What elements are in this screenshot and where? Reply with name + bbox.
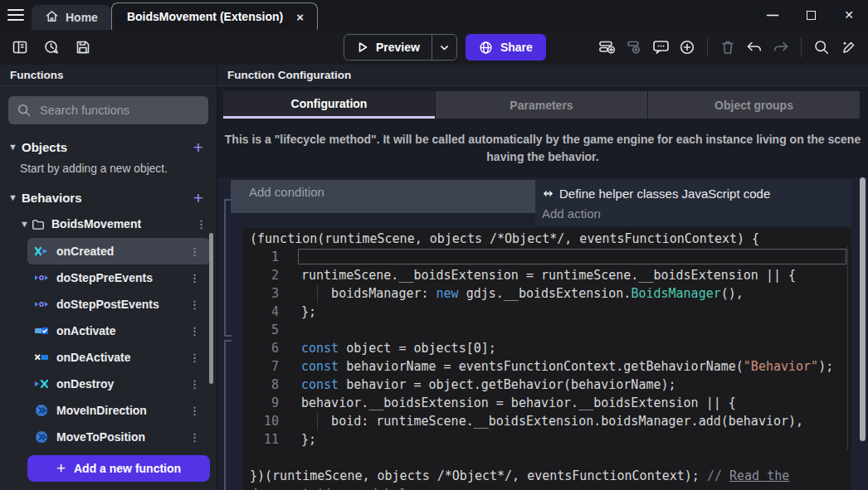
- tab-close-icon[interactable]: ×: [295, 10, 305, 24]
- code-line-content: const behaviorName = eventsFunctionConte…: [290, 357, 851, 376]
- main-menu-button[interactable]: [0, 0, 32, 30]
- sidebar-scrollbar[interactable]: [209, 233, 213, 384]
- function-item-onactivate[interactable]: onActivate⋮: [27, 318, 210, 344]
- lifecycle-description-line2: having the behavior.: [217, 148, 868, 166]
- js-code-event-icon: [542, 187, 554, 200]
- gear-move-icon: [34, 404, 49, 417]
- event-drag-handle[interactable]: [231, 180, 241, 213]
- close-window-button[interactable]: ✕: [830, 0, 868, 30]
- toolbar-center: Preview Share: [344, 34, 546, 61]
- search-icon[interactable]: [810, 36, 833, 59]
- function-options-icon[interactable]: ⋮: [179, 272, 210, 284]
- code-line-content: [290, 248, 851, 266]
- tab-home-label: Home: [66, 11, 98, 24]
- chevron-down-icon: [439, 42, 450, 53]
- function-item-ondeactivate[interactable]: onDeActivate⋮: [27, 344, 210, 371]
- save-icon[interactable]: [71, 36, 95, 59]
- function-item-moveindirection[interactable]: MoveInDirection⋮: [27, 397, 210, 424]
- behavior-folder-row[interactable]: ▼ BoidsMovement ⋮: [0, 211, 217, 236]
- undo-icon[interactable]: [743, 36, 766, 59]
- objects-collapse-chevron-icon[interactable]: ▼: [8, 142, 20, 152]
- event-bracket-decoration: [224, 340, 232, 490]
- add-circle-icon[interactable]: [675, 36, 699, 59]
- line-number: 1: [243, 248, 290, 266]
- add-comment-icon[interactable]: [649, 36, 672, 59]
- function-options-icon[interactable]: ⋮: [179, 405, 210, 417]
- function-options-icon[interactable]: ⋮: [179, 325, 210, 337]
- plus-icon: +: [56, 459, 66, 478]
- behaviors-collapse-chevron-icon[interactable]: ▼: [8, 192, 20, 202]
- documentation-link[interactable]: Read the: [729, 467, 789, 485]
- code-token: })(runtimeScene, objects /*Object*/, eve…: [250, 467, 707, 485]
- code-line-content: const object = objects[0];: [290, 339, 851, 357]
- current-line-box: [298, 249, 846, 264]
- maximize-button[interactable]: [792, 0, 830, 30]
- toolbar-right-icons: [596, 36, 860, 59]
- js-code-editor[interactable]: (function(runtimeScene, objects /*Object…: [243, 228, 851, 490]
- add-object-button[interactable]: +: [190, 138, 207, 156]
- function-options-icon[interactable]: ⋮: [179, 431, 210, 444]
- add-event-icon[interactable]: [596, 36, 619, 59]
- code-line-10: 10 boid: runtimeScene.__boidsExtension.b…: [243, 412, 851, 430]
- folder-options-icon[interactable]: ⋮: [186, 218, 217, 230]
- js-event-title: Define helper classes JavaScript code: [559, 187, 770, 201]
- function-item-dosteppreevents[interactable]: doStepPreEvents⋮: [27, 264, 210, 291]
- events-scrollbar[interactable]: [860, 177, 866, 441]
- folder-collapse-chevron-icon[interactable]: ▼: [20, 219, 32, 229]
- add-behavior-button[interactable]: +: [190, 189, 207, 206]
- history-icon[interactable]: [40, 36, 63, 59]
- add-action-button[interactable]: Add action: [542, 203, 843, 223]
- toolbar: Preview Share: [0, 30, 868, 65]
- edit-wand-icon[interactable]: [836, 36, 860, 59]
- preview-button[interactable]: Preview: [344, 34, 457, 61]
- trash-icon[interactable]: [716, 36, 739, 59]
- code-token: new: [436, 286, 459, 301]
- on-activate-icon: [34, 324, 49, 337]
- function-options-icon[interactable]: ⋮: [179, 352, 210, 364]
- code-token: };: [301, 432, 316, 447]
- add-sub-event-icon[interactable]: [622, 36, 646, 59]
- preview-dropdown-button[interactable]: [432, 42, 456, 53]
- function-item-movetoposition[interactable]: MoveToPosition⋮: [27, 424, 210, 450]
- function-options-icon[interactable]: ⋮: [179, 378, 210, 391]
- code-token: boidsManager:: [301, 286, 436, 301]
- indent-guide: [317, 284, 318, 303]
- function-item-label: onDestroy: [56, 377, 179, 391]
- tab-active-label: BoidsMovement (Extension): [127, 10, 283, 23]
- search-functions-box[interactable]: [8, 96, 208, 124]
- share-button[interactable]: Share: [466, 34, 546, 61]
- home-icon: [45, 9, 59, 26]
- events-sheet: Add condition Define helper classes Java…: [217, 177, 868, 490]
- tab-home[interactable]: Home: [32, 5, 111, 30]
- function-options-icon[interactable]: ⋮: [179, 245, 210, 258]
- globe-icon: [479, 41, 493, 55]
- minimize-button[interactable]: —: [753, 0, 792, 30]
- tab-parameters[interactable]: Parameters: [436, 91, 647, 119]
- code-line-content: const behavior = object.getBehavior(beha…: [290, 376, 851, 394]
- add-new-function-button[interactable]: + Add a new function: [27, 455, 210, 482]
- event-actions-cell: Define helper classes JavaScript code Ad…: [535, 180, 851, 226]
- code-wrapper-footer-1: })(runtimeScene, objects /*Object*/, eve…: [243, 467, 851, 485]
- search-functions-input[interactable]: [40, 104, 189, 117]
- indent-guide: [317, 412, 318, 430]
- tab-object-groups[interactable]: Object groups: [648, 91, 860, 119]
- search-icon: [17, 103, 32, 118]
- tab-boidsmovement[interactable]: BoidsMovement (Extension) ×: [111, 2, 318, 30]
- code-token: behavior.__boidsExtension = behavior.__b…: [301, 395, 736, 410]
- code-line-4: 4};: [243, 303, 851, 321]
- function-item-ondestroy[interactable]: onDestroy⋮: [27, 371, 210, 397]
- project-manager-icon[interactable]: [8, 36, 32, 59]
- preview-button-main[interactable]: Preview: [344, 41, 432, 54]
- function-options-icon[interactable]: ⋮: [179, 298, 210, 311]
- code-line-content: };: [290, 430, 851, 449]
- tab-configuration[interactable]: Configuration: [223, 91, 435, 119]
- function-item-label: doStepPreEvents: [56, 271, 179, 284]
- add-condition-button[interactable]: Add condition: [241, 180, 535, 213]
- documentation-link[interactable]: documentation and help: [250, 485, 415, 490]
- line-number: 11: [243, 430, 290, 449]
- code-token: const: [301, 359, 339, 374]
- redo-icon[interactable]: [769, 36, 792, 59]
- function-item-dosteppostevents[interactable]: doStepPostEvents⋮: [27, 291, 210, 318]
- function-item-oncreated[interactable]: onCreated⋮: [27, 238, 210, 264]
- code-line-content: };: [290, 303, 851, 321]
